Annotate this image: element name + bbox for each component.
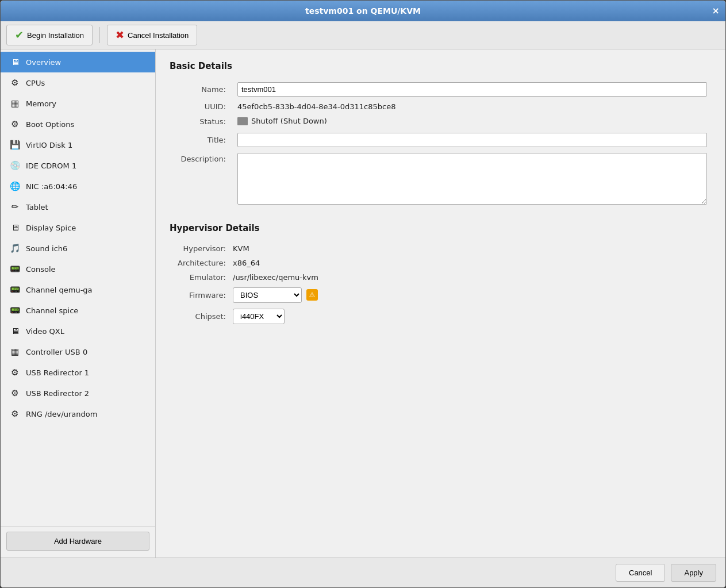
emulator-label: Emulator:	[170, 273, 233, 282]
sidebar-item-usb-redirector-1[interactable]: ⚙USB Redirector 1	[1, 362, 155, 383]
sidebar-item-channel-qemu-ga[interactable]: 📟Channel qemu-ga	[1, 279, 155, 300]
sidebar-item-memory[interactable]: ▦Memory	[1, 93, 155, 114]
video-qxl-icon: 🖥	[9, 325, 21, 337]
sidebar-label-display-spice: Display Spice	[26, 224, 76, 232]
hypervisor-details-title: Hypervisor Details	[170, 223, 712, 233]
sidebar-footer: Add Hardware	[1, 526, 155, 555]
firmware-controls: BIOS UEFI ⚠	[233, 287, 318, 303]
chipset-label: Chipset:	[170, 312, 233, 321]
sidebar: 🖥Overview⚙CPUs▦Memory⚙Boot Options💾VirtI…	[1, 49, 156, 558]
sidebar-item-sound-ich6[interactable]: 🎵Sound ich6	[1, 238, 155, 259]
controller-usb-icon: ▦	[9, 345, 21, 358]
status-row: Status: Shutoff (Shut Down)	[170, 114, 712, 130]
usb-redirector-1-icon: ⚙	[9, 366, 21, 379]
sidebar-label-controller-usb: Controller USB 0	[26, 348, 87, 356]
close-button[interactable]: ×	[712, 6, 720, 16]
sidebar-label-usb-redirector-2: USB Redirector 2	[26, 389, 89, 398]
hypervisor-row: Hypervisor: KVM	[170, 241, 712, 256]
main-content: 🖥Overview⚙CPUs▦Memory⚙Boot Options💾VirtI…	[1, 49, 725, 558]
rng-icon: ⚙	[9, 408, 21, 420]
description-value-cell	[233, 150, 712, 209]
toolbar-separator	[99, 27, 100, 43]
basic-details-table: Name: UUID: 45ef0cb5-833b-4d04-8e34-0d31…	[170, 79, 712, 209]
sidebar-label-usb-redirector-1: USB Redirector 1	[26, 368, 89, 377]
sidebar-item-usb-redirector-2[interactable]: ⚙USB Redirector 2	[1, 383, 155, 403]
detail-panel: Basic Details Name: UUID: 45ef0cb5-833b-…	[156, 49, 725, 558]
sidebar-item-ide-cdrom[interactable]: 💿IDE CDROM 1	[1, 155, 155, 176]
status-label: Status:	[170, 114, 233, 130]
firmware-select[interactable]: BIOS UEFI	[233, 287, 302, 303]
nic-icon: 🌐	[9, 180, 21, 193]
sidebar-label-memory: Memory	[26, 99, 56, 108]
chipset-select[interactable]: i440FX Q35	[233, 309, 285, 324]
name-label: Name:	[170, 79, 233, 99]
sidebar-item-rng[interactable]: ⚙RNG /dev/urandom	[1, 403, 155, 424]
status-value: Shutoff (Shut Down)	[251, 117, 327, 125]
name-value-cell	[233, 79, 712, 99]
sidebar-label-ide-cdrom: IDE CDROM 1	[26, 162, 76, 170]
firmware-label: Firmware:	[170, 291, 233, 299]
sidebar-item-video-qxl[interactable]: 🖥Video QXL	[1, 321, 155, 341]
sidebar-label-cpus: CPUs	[26, 79, 45, 87]
cancel-installation-button[interactable]: ✖ Cancel Installation	[107, 25, 197, 45]
sidebar-item-display-spice[interactable]: 🖥Display Spice	[1, 217, 155, 238]
virtio-disk-icon: 💾	[9, 139, 21, 151]
cancel-installation-label: Cancel Installation	[128, 31, 189, 40]
title-row: Title:	[170, 130, 712, 150]
sidebar-label-console: Console	[26, 265, 56, 274]
channel-qemu-ga-icon: 📟	[9, 283, 21, 296]
firmware-row: Firmware: BIOS UEFI ⚠	[170, 285, 712, 306]
titlebar: testvm001 on QEMU/KVM ×	[1, 1, 725, 21]
main-window: testvm001 on QEMU/KVM × ✔ Begin Installa…	[0, 0, 726, 588]
usb-redirector-2-icon: ⚙	[9, 387, 21, 399]
architecture-value: x86_64	[233, 259, 260, 267]
sidebar-item-controller-usb[interactable]: ▦Controller USB 0	[1, 341, 155, 362]
uuid-row: UUID: 45ef0cb5-833b-4d04-8e34-0d311c85bc…	[170, 99, 712, 114]
sidebar-item-cpus[interactable]: ⚙CPUs	[1, 72, 155, 93]
sidebar-label-virtio-disk: VirtIO Disk 1	[26, 141, 72, 149]
description-row: Description:	[170, 150, 712, 209]
title-input[interactable]	[237, 133, 707, 147]
chipset-row: Chipset: i440FX Q35	[170, 306, 712, 327]
architecture-row: Architecture: x86_64	[170, 256, 712, 270]
overview-icon: 🖥	[9, 56, 21, 68]
tablet-icon: ✏	[9, 201, 21, 213]
status-value-cell: Shutoff (Shut Down)	[233, 114, 712, 130]
description-label: Description:	[170, 150, 233, 209]
apply-button[interactable]: Apply	[671, 564, 716, 582]
memory-icon: ▦	[9, 97, 21, 110]
description-textarea[interactable]	[237, 153, 707, 205]
toolbar: ✔ Begin Installation ✖ Cancel Installati…	[1, 21, 725, 49]
title-value-cell	[233, 130, 712, 150]
sidebar-item-tablet[interactable]: ✏Tablet	[1, 197, 155, 217]
window-title: testvm001 on QEMU/KVM	[305, 6, 421, 16]
status-indicator: Shutoff (Shut Down)	[237, 117, 327, 125]
sidebar-item-boot-options[interactable]: ⚙Boot Options	[1, 114, 155, 134]
warning-icon: ⚠	[306, 289, 318, 301]
check-icon: ✔	[15, 29, 24, 41]
sidebar-item-overview[interactable]: 🖥Overview	[1, 52, 155, 72]
status-icon	[237, 117, 248, 125]
sidebar-label-nic: NIC :a6:04:46	[26, 182, 77, 191]
console-icon: 📟	[9, 263, 21, 275]
x-icon: ✖	[116, 29, 124, 41]
sidebar-label-sound-ich6: Sound ich6	[26, 244, 67, 253]
begin-installation-button[interactable]: ✔ Begin Installation	[6, 25, 93, 45]
sidebar-label-video-qxl: Video QXL	[26, 327, 64, 336]
basic-details-title: Basic Details	[170, 61, 712, 71]
sidebar-label-tablet: Tablet	[26, 203, 48, 212]
uuid-value: 45ef0cb5-833b-4d04-8e34-0d311c85bce8	[233, 99, 712, 114]
cancel-button[interactable]: Cancel	[616, 564, 665, 582]
sidebar-label-channel-spice: Channel spice	[26, 306, 78, 315]
uuid-label: UUID:	[170, 99, 233, 114]
emulator-value: /usr/libexec/qemu-kvm	[233, 273, 318, 282]
sidebar-item-console[interactable]: 📟Console	[1, 259, 155, 279]
begin-installation-label: Begin Installation	[27, 31, 84, 40]
name-input[interactable]	[237, 82, 707, 97]
hypervisor-value: KVM	[233, 244, 249, 253]
add-hardware-button[interactable]: Add Hardware	[6, 532, 149, 551]
sidebar-label-rng: RNG /dev/urandom	[26, 410, 97, 418]
sidebar-item-virtio-disk[interactable]: 💾VirtIO Disk 1	[1, 134, 155, 155]
sidebar-item-channel-spice[interactable]: 📟Channel spice	[1, 300, 155, 321]
sidebar-item-nic[interactable]: 🌐NIC :a6:04:46	[1, 176, 155, 197]
